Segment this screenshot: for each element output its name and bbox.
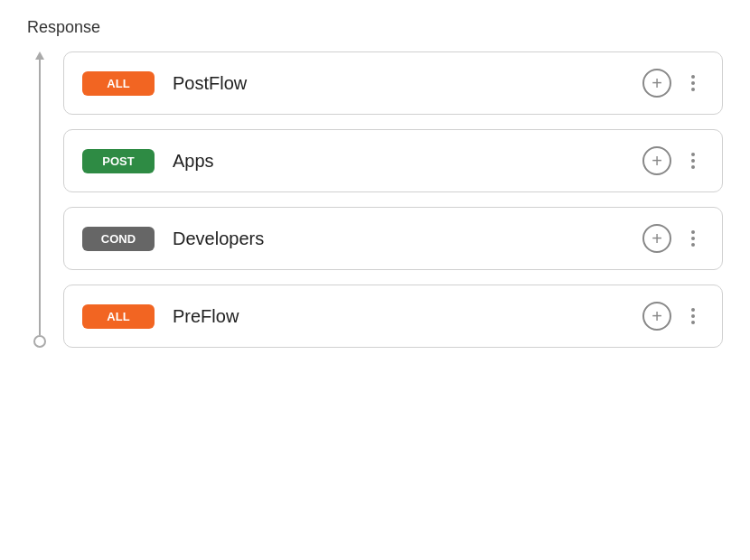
more-button-apps[interactable] [682, 146, 704, 175]
more-dot [691, 159, 695, 163]
method-badge-preflow: ALL [82, 304, 155, 329]
flow-name-postflow: PostFlow [173, 73, 642, 94]
method-badge-apps: POST [82, 149, 155, 173]
add-button-postflow[interactable] [642, 69, 671, 98]
add-button-apps[interactable] [642, 146, 671, 175]
more-dot [691, 75, 695, 79]
more-button-developers[interactable] [682, 224, 704, 253]
more-dot [691, 153, 695, 156]
flow-name-apps: Apps [173, 151, 642, 172]
card-actions-preflow [642, 302, 704, 331]
method-badge-postflow: ALL [82, 71, 155, 96]
card-actions-postflow [642, 69, 704, 98]
flow-card-developers: COND Developers [63, 207, 723, 270]
flow-name-preflow: PreFlow [173, 306, 642, 327]
timeline-section: ALL PostFlow POST Apps [27, 51, 723, 348]
more-dot [691, 314, 695, 318]
more-dot [691, 237, 695, 240]
cards-container: ALL PostFlow POST Apps [52, 51, 723, 348]
flow-card-postflow: ALL PostFlow [63, 51, 723, 115]
circle-bottom-icon [33, 335, 46, 348]
card-actions-apps [642, 146, 704, 175]
more-dot [691, 165, 695, 169]
more-dot [691, 88, 695, 91]
card-actions-developers [642, 224, 704, 253]
more-dot [691, 81, 695, 85]
more-dot [691, 230, 695, 234]
more-dot [691, 243, 695, 247]
more-dot [691, 321, 695, 324]
flow-card-preflow: ALL PreFlow [63, 285, 723, 348]
add-button-developers[interactable] [642, 224, 671, 253]
more-dot [691, 308, 695, 312]
more-button-preflow[interactable] [682, 302, 704, 331]
add-button-preflow[interactable] [642, 302, 671, 331]
flow-card-apps: POST Apps [63, 129, 723, 192]
more-button-postflow[interactable] [682, 69, 704, 98]
flow-name-developers: Developers [173, 229, 642, 249]
arrow-up-icon [35, 51, 44, 60]
vertical-line [39, 60, 41, 335]
timeline-line [27, 51, 52, 348]
page-container: Response ALL PostFlow [0, 0, 750, 366]
method-badge-developers: COND [82, 227, 155, 251]
page-title: Response [27, 18, 723, 37]
